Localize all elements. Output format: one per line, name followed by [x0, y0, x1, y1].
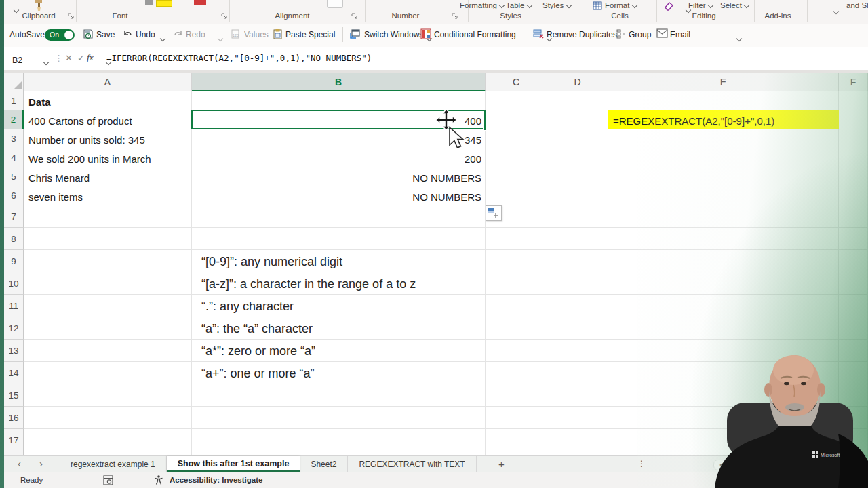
underline-button-partial[interactable]	[145, 0, 153, 5]
conditional-formatting-button[interactable]: Conditional Formatting	[434, 30, 516, 39]
cell-D13[interactable]	[547, 340, 608, 362]
cell-C2[interactable]	[486, 110, 547, 129]
row-header-14[interactable]: 14	[4, 362, 24, 384]
font-dialog-launcher-icon[interactable]	[221, 13, 228, 20]
row-header-13[interactable]: 13	[4, 340, 24, 362]
column-header-E[interactable]: E	[608, 73, 839, 92]
font-color-swatch[interactable]	[194, 0, 206, 5]
undo-dropdown-chevron-icon[interactable]	[160, 37, 166, 41]
cell-E14[interactable]	[608, 362, 839, 384]
cell-F1[interactable]	[839, 92, 868, 110]
cell-D14[interactable]	[547, 362, 608, 384]
cell-B7[interactable]	[192, 205, 486, 228]
cell-A10[interactable]	[24, 272, 192, 295]
cell-F6[interactable]	[839, 186, 868, 205]
new-sheet-button[interactable]: +	[498, 458, 505, 470]
cell-F9[interactable]	[839, 250, 868, 272]
autosave-toggle[interactable]: On	[45, 29, 75, 41]
cell-D1[interactable]	[547, 92, 608, 110]
row-header-17[interactable]: 17	[4, 429, 24, 451]
column-header-C[interactable]: C	[486, 73, 547, 92]
cell-E5[interactable]	[608, 167, 839, 186]
cell-E8[interactable]	[608, 228, 839, 250]
cell-D4[interactable]	[547, 148, 608, 167]
row-header-7[interactable]: 7	[4, 205, 24, 228]
clear-eraser-icon[interactable]	[663, 1, 674, 11]
sheet-tab-1[interactable]: regexextract example 1	[60, 456, 167, 472]
cell-D10[interactable]	[547, 272, 608, 295]
row-header-12[interactable]: 12	[4, 317, 24, 340]
find-select-ribbon-button[interactable]: Select	[720, 1, 750, 9]
save-button[interactable]: Save	[96, 30, 115, 39]
cell-D11[interactable]	[547, 295, 608, 317]
cell-E4[interactable]	[608, 148, 839, 167]
cell-C9[interactable]	[486, 250, 547, 272]
email-button[interactable]: Email	[670, 30, 690, 39]
fill-handle[interactable]	[483, 127, 487, 131]
alignment-button-partial[interactable]	[327, 0, 343, 8]
cell-C16[interactable]	[486, 407, 547, 429]
prev-sheet-arrow-icon[interactable]: ‹	[18, 458, 21, 469]
cell-C3[interactable]	[486, 129, 547, 148]
undo-icon[interactable]	[122, 28, 133, 39]
cell-C12[interactable]	[486, 317, 547, 340]
sheet-options-dots-icon[interactable]: ⋮	[637, 459, 646, 468]
cell-E10[interactable]	[608, 272, 839, 295]
cell-C1[interactable]	[486, 92, 547, 110]
remove-duplicates-icon[interactable]	[533, 28, 544, 39]
cell-F5[interactable]	[839, 167, 868, 186]
accessibility-icon[interactable]	[153, 474, 164, 485]
number-dialog-launcher-icon[interactable]	[452, 13, 458, 20]
cell-F11[interactable]	[839, 295, 868, 317]
row-header-10[interactable]: 10	[4, 272, 24, 295]
column-header-F[interactable]: F	[839, 73, 868, 92]
group-icon[interactable]	[616, 28, 627, 39]
switch-windows-button[interactable]: Switch Windows	[364, 30, 423, 39]
remove-duplicates-button[interactable]: Remove Duplicates	[547, 30, 617, 39]
cell-C14[interactable]	[486, 362, 547, 384]
sheet-tab-2[interactable]: Show this after 1st example	[167, 456, 300, 472]
cell-E15[interactable]	[608, 384, 839, 407]
cell-E3[interactable]	[608, 129, 839, 148]
column-header-D[interactable]: D	[547, 73, 608, 92]
cell-F3[interactable]	[839, 129, 868, 148]
switch-windows-icon[interactable]	[349, 28, 361, 39]
cell-C4[interactable]	[486, 148, 547, 167]
cell-D2[interactable]	[547, 110, 608, 129]
cell-E11[interactable]	[608, 295, 839, 317]
cell-A7[interactable]	[24, 205, 192, 228]
paste-options-button[interactable]	[486, 205, 502, 221]
cell-E9[interactable]	[608, 250, 839, 272]
cell-E6[interactable]	[608, 186, 839, 205]
cell-C8[interactable]	[486, 228, 547, 250]
sheet-tab-4[interactable]: REGEXEXTRACT with TEXT	[348, 456, 476, 472]
scroll-left-arrow-icon[interactable]: ◀	[719, 462, 724, 468]
name-box-chevron-icon[interactable]	[43, 60, 50, 65]
next-sheet-arrow-icon[interactable]: ›	[39, 458, 43, 469]
cell-A11[interactable]	[24, 295, 192, 317]
clipboard-dialog-launcher-icon[interactable]	[68, 13, 75, 20]
cell-C15[interactable]	[486, 384, 547, 407]
cell-F13[interactable]	[839, 340, 868, 362]
redo-button[interactable]: Redo	[186, 30, 205, 39]
cell-A8[interactable]	[24, 228, 192, 250]
cell-E17[interactable]	[608, 429, 839, 451]
select-all-button[interactable]	[4, 73, 24, 92]
cell-D6[interactable]	[547, 186, 608, 205]
column-header-B[interactable]: B	[192, 73, 486, 92]
ribbon-overflow-chevron-icon[interactable]	[833, 9, 840, 14]
row-header-2[interactable]: 2	[4, 110, 24, 129]
share-button-partial[interactable]: and Sha	[846, 1, 868, 9]
name-box-splitter-icon[interactable]: ⋮	[54, 53, 63, 63]
accessibility-status[interactable]: Accessibility: Investigate	[170, 476, 262, 484]
enter-icon[interactable]: ✓	[77, 53, 85, 63]
cell-A12[interactable]	[24, 317, 192, 340]
cell-B8[interactable]	[192, 228, 486, 250]
highlight-color-swatch[interactable]	[156, 0, 172, 7]
redo-icon[interactable]	[173, 28, 184, 39]
cell-D12[interactable]	[547, 317, 608, 340]
paste-special-button[interactable]: Paste Special	[285, 30, 335, 39]
cell-A13[interactable]	[24, 340, 192, 362]
cell-A16[interactable]	[24, 407, 192, 429]
cell-C13[interactable]	[486, 340, 547, 362]
